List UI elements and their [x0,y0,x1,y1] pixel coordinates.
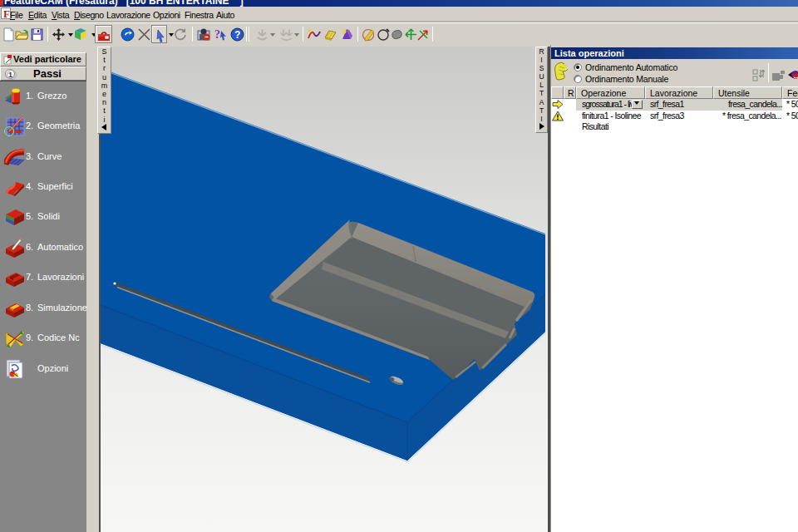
svg-text:?: ? [234,29,240,41]
svg-text:?: ? [214,28,220,41]
svg-text:1: 1 [8,71,12,79]
